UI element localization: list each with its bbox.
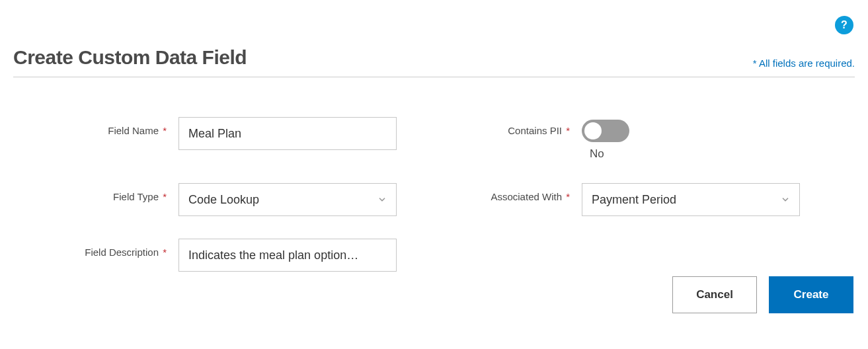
label-text: Field Name (108, 125, 159, 136)
associated-with-select[interactable]: Payment Period (582, 183, 800, 216)
field-description-input[interactable]: Indicates the meal plan option… (178, 239, 397, 272)
contains-pii-toggle[interactable] (582, 120, 629, 142)
required-fields-note: * All fields are required. (753, 58, 855, 69)
field-name-label: Field Name * (13, 117, 178, 136)
label-text: Field Type (113, 191, 159, 202)
form: Field Name * Contains PII * No Field Typ… (13, 117, 855, 272)
contains-pii-value: No (590, 147, 800, 161)
page-title: Create Custom Data Field (13, 46, 247, 69)
cancel-button[interactable]: Cancel (672, 276, 757, 313)
field-type-cell: Code Lookup (178, 183, 397, 216)
required-asterisk: * (160, 247, 167, 258)
field-name-input[interactable] (178, 117, 397, 150)
toggle-knob (584, 122, 602, 139)
contains-pii-label: Contains PII * (397, 117, 582, 136)
label-text: Contains PII (508, 125, 562, 136)
field-description-value: Indicates the meal plan option… (188, 249, 358, 262)
field-description-cell: Indicates the meal plan option… (178, 239, 397, 272)
page-header: Create Custom Data Field * All fields ar… (13, 46, 855, 77)
required-asterisk: * (563, 191, 570, 202)
associated-with-value: Payment Period (592, 193, 676, 207)
associated-with-cell: Payment Period (582, 183, 800, 216)
help-icon: ? (841, 19, 848, 31)
required-asterisk: * (563, 125, 570, 136)
field-type-select[interactable]: Code Lookup (178, 183, 397, 216)
label-text: Field Description (85, 247, 159, 258)
required-asterisk: * (160, 125, 167, 136)
chevron-down-icon (781, 195, 790, 204)
contains-pii-cell: No (582, 117, 800, 161)
field-name-cell (178, 117, 397, 150)
action-buttons: Cancel Create (672, 276, 853, 313)
associated-with-label: Associated With * (397, 183, 582, 202)
field-type-label: Field Type * (13, 183, 178, 202)
required-asterisk: * (160, 191, 167, 202)
chevron-down-icon (377, 195, 387, 204)
help-button[interactable]: ? (835, 16, 853, 34)
label-text: Associated With (491, 191, 562, 202)
field-description-label: Field Description * (13, 239, 178, 258)
field-type-value: Code Lookup (188, 193, 259, 207)
create-button[interactable]: Create (769, 276, 853, 313)
